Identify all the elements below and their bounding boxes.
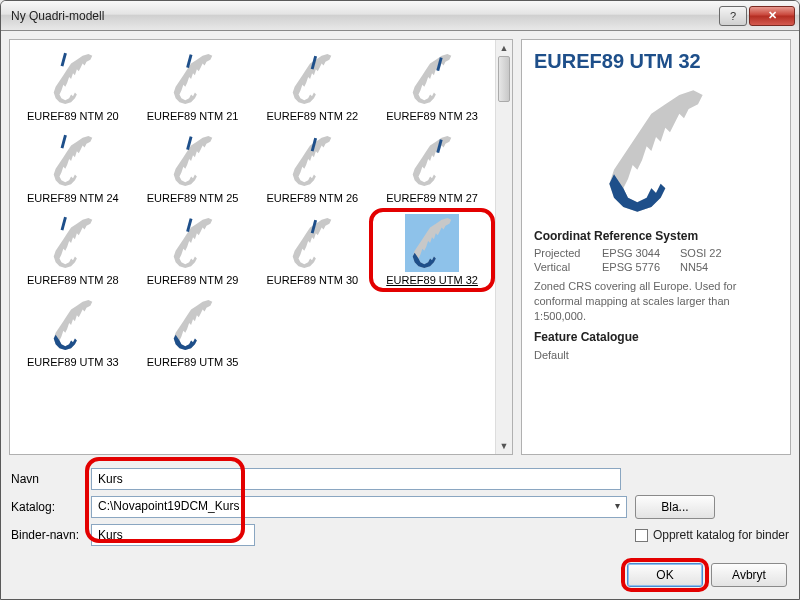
vertical-epsg: EPSG 5776: [602, 261, 680, 273]
scroll-down-icon[interactable]: ▼: [496, 438, 512, 454]
norway-map-icon: [285, 214, 339, 272]
titlebar: Ny Quadri-modell ? ✕: [1, 1, 799, 31]
crs-item[interactable]: EUREF89 NTM 24: [14, 128, 132, 208]
katalog-value: C:\Novapoint19DCM_Kurs: [98, 499, 239, 513]
binder-label: Binder-navn:: [11, 528, 83, 542]
crs-item[interactable]: EUREF89 NTM 21: [134, 46, 252, 126]
norway-map-icon: [46, 296, 100, 354]
crs-item-label: EUREF89 NTM 26: [267, 192, 359, 204]
navn-label: Navn: [11, 472, 83, 486]
crs-item-label: EUREF89 NTM 23: [386, 110, 478, 122]
crs-item[interactable]: EUREF89 NTM 25: [134, 128, 252, 208]
ok-button[interactable]: OK: [627, 563, 703, 587]
norway-map-icon: [166, 214, 220, 272]
svg-rect-8: [60, 217, 66, 231]
crs-item[interactable]: EUREF89 NTM 20: [14, 46, 132, 126]
crs-item[interactable]: EUREF89 NTM 30: [254, 210, 372, 290]
browse-button[interactable]: Bla...: [635, 495, 715, 519]
crs-item[interactable]: EUREF89 NTM 23: [373, 46, 491, 126]
crs-item-label: EUREF89 NTM 25: [147, 192, 239, 204]
crs-item[interactable]: EUREF89 NTM 27: [373, 128, 491, 208]
cancel-button[interactable]: Avbryt: [711, 563, 787, 587]
crs-item-label: EUREF89 NTM 29: [147, 274, 239, 286]
vertical-nn: NN54: [680, 261, 740, 273]
norway-map-icon: [405, 132, 459, 190]
crs-item-label: EUREF89 NTM 27: [386, 192, 478, 204]
svg-rect-4: [60, 135, 66, 149]
crs-item[interactable]: EUREF89 NTM 28: [14, 210, 132, 290]
norway-map-icon: [46, 214, 100, 272]
crs-item[interactable]: EUREF89 NTM 29: [134, 210, 252, 290]
window-title: Ny Quadri-modell: [11, 9, 717, 23]
norway-map-icon: [166, 296, 220, 354]
fc-value: Default: [534, 348, 778, 363]
dialog-content: EUREF89 NTM 20EUREF89 NTM 21EUREF89 NTM …: [1, 31, 799, 599]
crs-item-label: EUREF89 UTM 32: [386, 274, 478, 286]
checkbox-label: Opprett katalog for binder: [653, 528, 789, 542]
crs-item[interactable]: EUREF89 UTM 35: [134, 292, 252, 372]
katalog-combo[interactable]: C:\Novapoint19DCM_Kurs: [91, 496, 627, 518]
crs-item-label: EUREF89 NTM 30: [267, 274, 359, 286]
crs-item-label: EUREF89 NTM 24: [27, 192, 119, 204]
scroll-up-icon[interactable]: ▲: [496, 40, 512, 56]
crs-item-label: EUREF89 UTM 33: [27, 356, 119, 368]
crs-item[interactable]: EUREF89 NTM 26: [254, 128, 372, 208]
crs-grid: EUREF89 NTM 20EUREF89 NTM 21EUREF89 NTM …: [14, 46, 491, 372]
crs-item-label: EUREF89 NTM 21: [147, 110, 239, 122]
scrollbar[interactable]: ▲ ▼: [495, 40, 512, 454]
detail-pane: EUREF89 UTM 32 Coordinat Reference Syste…: [521, 39, 791, 455]
crs-item-label: EUREF89 NTM 28: [27, 274, 119, 286]
detail-title: EUREF89 UTM 32: [534, 50, 778, 73]
crs-item-label: EUREF89 NTM 20: [27, 110, 119, 122]
close-button[interactable]: ✕: [749, 6, 795, 26]
crs-item[interactable]: EUREF89 NTM 22: [254, 46, 372, 126]
fc-heading: Feature Catalogue: [534, 330, 778, 344]
navn-input[interactable]: [91, 468, 621, 490]
norway-map-icon: [405, 214, 459, 272]
norway-map-icon: [46, 132, 100, 190]
norway-map-icon: [405, 50, 459, 108]
dialog-buttons: OK Avbryt: [9, 557, 791, 591]
norway-map-icon: [166, 50, 220, 108]
projected-label: Projected: [534, 247, 602, 259]
checkbox-box-icon[interactable]: [635, 529, 648, 542]
form-area: Navn Katalog: C:\Novapoint19DCM_Kurs Bla…: [9, 461, 791, 551]
vertical-label: Vertical: [534, 261, 602, 273]
crs-item[interactable]: EUREF89 UTM 32: [373, 210, 491, 290]
norway-map-icon: [285, 50, 339, 108]
projected-epsg: EPSG 3044: [602, 247, 680, 259]
detail-map-preview: [576, 81, 736, 221]
help-button[interactable]: ?: [719, 6, 747, 26]
crs-table: Projected EPSG 3044 SOSI 22 Vertical EPS…: [534, 247, 778, 273]
dialog-window: Ny Quadri-modell ? ✕ EUREF89 NTM 20EUREF…: [0, 0, 800, 600]
projected-sosi: SOSI 22: [680, 247, 740, 259]
create-folder-checkbox[interactable]: Opprett katalog for binder: [635, 528, 789, 542]
crs-section-heading: Coordinat Reference System: [534, 229, 778, 243]
crs-description: Zoned CRS covering all Europe. Used for …: [534, 279, 778, 324]
binder-input[interactable]: [91, 524, 255, 546]
svg-rect-0: [60, 53, 66, 67]
katalog-label: Katalog:: [11, 500, 83, 514]
crs-list-pane: EUREF89 NTM 20EUREF89 NTM 21EUREF89 NTM …: [9, 39, 513, 455]
norway-map-icon: [46, 50, 100, 108]
crs-item-label: EUREF89 UTM 35: [147, 356, 239, 368]
crs-item[interactable]: EUREF89 UTM 33: [14, 292, 132, 372]
norway-map-icon: [285, 132, 339, 190]
crs-item-label: EUREF89 NTM 22: [267, 110, 359, 122]
scroll-thumb[interactable]: [498, 56, 510, 102]
norway-map-icon: [166, 132, 220, 190]
